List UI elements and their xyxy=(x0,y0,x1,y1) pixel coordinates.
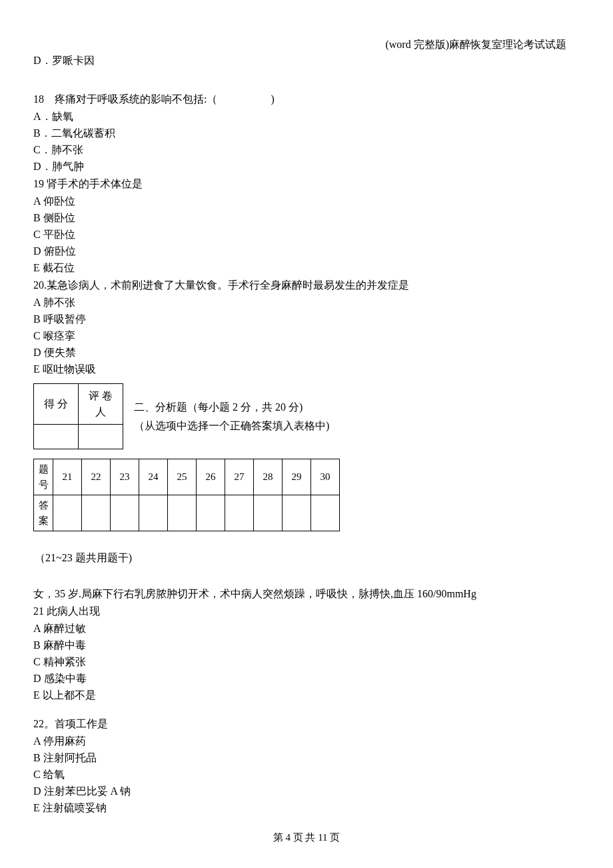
shared-stem-label: （21~23 题共用题干) xyxy=(35,550,580,566)
case-stem: 女，35 岁.局麻下行右乳房脓肿切开术，术中病人突然烦躁，呼吸快，脉搏快,血压 … xyxy=(33,586,580,602)
question-18-stem: 18 疼痛对于呼吸系统的影响不包括:（ ) xyxy=(33,91,580,107)
question-20-option-e: E 呕吐物误吸 xyxy=(33,361,580,377)
question-20-option-b: B 呼吸暂停 xyxy=(33,311,580,327)
section-2-header: 得 分 评 卷人 二、分析题（每小题 2 分，共 20 分) （从选项中选择一个… xyxy=(33,378,580,449)
question-19-option-b: B 侧卧位 xyxy=(33,210,580,226)
question-22-option-e: E 注射硫喷妥钠 xyxy=(33,800,580,816)
page: (word 完整版)麻醉恢复室理论考试试题 D．罗哌卡因 18 疼痛对于呼吸系统… xyxy=(0,0,613,868)
answer-cell-26[interactable] xyxy=(197,495,225,531)
question-19-option-e: E 截石位 xyxy=(33,260,580,276)
question-22-option-c: C 给氧 xyxy=(33,767,580,783)
question-22-option-a: A 停用麻药 xyxy=(33,733,580,749)
answer-grid-answer-row: 答案 xyxy=(34,495,340,531)
answer-grid-header-row: 题号 21 22 23 24 25 26 27 28 29 30 xyxy=(34,459,340,495)
question-18-option-a: A．缺氧 xyxy=(33,109,580,125)
question-21-option-c: C 精神紧张 xyxy=(33,654,580,670)
answer-cell-23[interactable] xyxy=(111,495,139,531)
answer-grid-num-22: 22 xyxy=(82,459,111,495)
answer-grid: 题号 21 22 23 24 25 26 27 28 29 30 答案 xyxy=(33,459,340,531)
answer-grid-num-26: 26 xyxy=(197,459,225,495)
score-cell-score[interactable] xyxy=(34,425,79,449)
answer-cell-21[interactable] xyxy=(53,495,82,531)
question-18-option-b: B．二氧化碳蓄积 xyxy=(33,125,580,141)
answer-grid-label-number: 题号 xyxy=(34,459,53,495)
question-20-option-d: D 便失禁 xyxy=(33,345,580,361)
question-19: 19 肾手术的手术体位是 A 仰卧位 B 侧卧位 C 平卧位 D 俯卧位 E 截… xyxy=(33,176,580,276)
answer-grid-num-25: 25 xyxy=(168,459,197,495)
answer-grid-num-21: 21 xyxy=(53,459,82,495)
question-22: 22。首项工作是 A 停用麻药 B 注射阿托品 C 给氧 D 注射苯巴比妥 A … xyxy=(33,716,580,816)
answer-cell-29[interactable] xyxy=(283,495,311,531)
question-22-stem: 22。首项工作是 xyxy=(33,716,580,732)
score-table: 得 分 评 卷人 xyxy=(33,383,123,449)
question-21-option-b: B 麻醉中毒 xyxy=(33,637,580,653)
question-22-option-b: B 注射阿托品 xyxy=(33,750,580,766)
header-title: (word 完整版)麻醉恢复室理论考试试题 xyxy=(385,37,566,53)
answer-cell-28[interactable] xyxy=(254,495,283,531)
question-17-option-d: D．罗哌卡因 xyxy=(33,53,580,69)
question-21-option-a: A 麻醉过敏 xyxy=(33,621,580,637)
answer-cell-27[interactable] xyxy=(225,495,254,531)
answer-cell-30[interactable] xyxy=(311,495,340,531)
question-19-option-c: C 平卧位 xyxy=(33,227,580,243)
answer-cell-24[interactable] xyxy=(139,495,168,531)
question-18-option-c: C．肺不张 xyxy=(33,142,580,158)
section-2-subtitle: （从选项中选择一个正确答案填入表格中) xyxy=(134,418,329,434)
answer-grid-num-29: 29 xyxy=(283,459,311,495)
question-19-stem: 19 肾手术的手术体位是 xyxy=(33,176,580,192)
score-cell-reviewer[interactable] xyxy=(79,425,123,449)
section-2-title: 二、分析题（每小题 2 分，共 20 分) xyxy=(134,399,329,415)
answer-cell-25[interactable] xyxy=(168,495,197,531)
answer-grid-num-30: 30 xyxy=(311,459,340,495)
question-20-option-a: A 肺不张 xyxy=(33,295,580,311)
question-18: 18 疼痛对于呼吸系统的影响不包括:（ ) A．缺氧 B．二氧化碳蓄积 C．肺不… xyxy=(33,91,580,175)
question-22-option-d: D 注射苯巴比妥 A 钠 xyxy=(33,783,580,799)
question-21: 21 此病人出现 A 麻醉过敏 B 麻醉中毒 C 精神紧张 D 感染中毒 E 以… xyxy=(33,603,580,703)
question-19-option-d: D 俯卧位 xyxy=(33,243,580,259)
answer-grid-num-28: 28 xyxy=(254,459,283,495)
score-header-score: 得 分 xyxy=(34,384,79,425)
answer-grid-num-24: 24 xyxy=(139,459,168,495)
question-21-option-e: E 以上都不是 xyxy=(33,687,580,703)
question-21-stem: 21 此病人出现 xyxy=(33,603,580,619)
question-19-option-a: A 仰卧位 xyxy=(33,193,580,209)
answer-grid-num-27: 27 xyxy=(225,459,254,495)
question-18-option-d: D．肺气肿 xyxy=(33,159,580,175)
answer-grid-label-answer: 答案 xyxy=(34,495,53,531)
question-20-stem: 20.某急诊病人，术前刚进食了大量饮食。手术行全身麻醉时最易发生的并发症是 xyxy=(33,277,580,293)
answer-grid-num-23: 23 xyxy=(111,459,139,495)
page-footer: 第 4 页 共 11 页 xyxy=(0,830,613,845)
score-header-reviewer: 评 卷人 xyxy=(79,384,123,425)
question-20: 20.某急诊病人，术前刚进食了大量饮食。手术行全身麻醉时最易发生的并发症是 A … xyxy=(33,277,580,377)
question-20-option-c: C 喉痉挛 xyxy=(33,328,580,344)
question-21-option-d: D 感染中毒 xyxy=(33,671,580,687)
answer-cell-22[interactable] xyxy=(82,495,111,531)
